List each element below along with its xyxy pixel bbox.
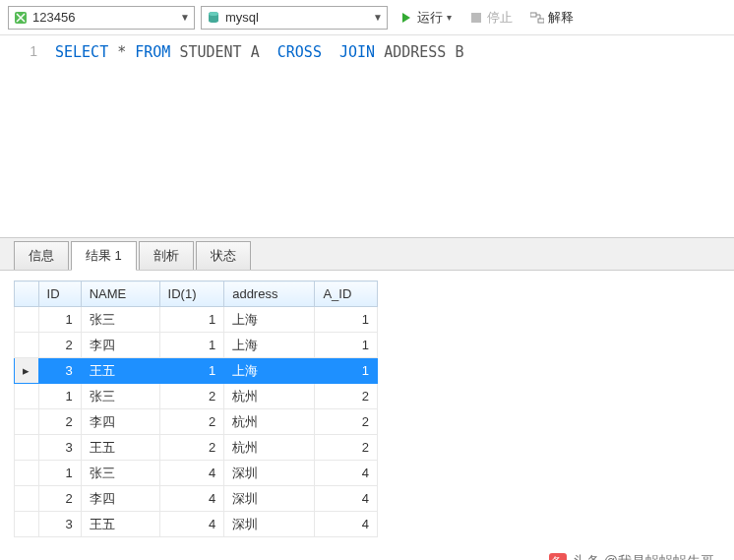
cell[interactable]: 王五 [81, 358, 159, 384]
table-row[interactable]: ▸3王五1上海1 [15, 358, 378, 384]
svg-rect-3 [471, 13, 481, 23]
svg-point-2 [209, 12, 218, 16]
toolbar: 123456 ▼ mysql ▼ 运行 ▾ 停止 解释 [0, 0, 734, 35]
play-icon [399, 11, 413, 25]
result-panel: ID NAME ID(1) address A_ID 1张三1上海12李四1上海… [0, 271, 734, 547]
row-marker-header [15, 281, 39, 307]
cell[interactable]: 4 [315, 461, 378, 486]
cell[interactable]: 2 [38, 409, 81, 435]
cell[interactable]: 3 [38, 512, 81, 537]
row-marker [15, 435, 39, 461]
row-marker [15, 486, 39, 512]
cell[interactable]: 1 [315, 358, 378, 384]
cell[interactable]: 1 [159, 307, 224, 333]
stop-icon [469, 11, 483, 25]
cell[interactable]: 3 [38, 358, 81, 384]
database-name: 123456 [32, 10, 180, 25]
cell[interactable]: 深圳 [224, 486, 315, 512]
stop-label: 停止 [487, 9, 513, 27]
cell[interactable]: 王五 [81, 512, 159, 537]
cell[interactable]: 2 [159, 409, 224, 435]
svg-rect-5 [538, 19, 544, 23]
cell[interactable]: 3 [38, 435, 81, 461]
cell[interactable]: 李四 [81, 486, 159, 512]
cell[interactable]: 1 [315, 333, 378, 358]
col-id1[interactable]: ID(1) [159, 281, 224, 307]
connection-dropdown[interactable]: mysql ▼ [201, 6, 388, 30]
server-icon [206, 10, 221, 26]
connection-name: mysql [225, 10, 373, 25]
cell[interactable]: 上海 [224, 307, 315, 333]
cell[interactable]: 上海 [224, 333, 315, 358]
row-marker [15, 384, 39, 409]
cell[interactable]: 杭州 [224, 384, 315, 409]
cell[interactable]: 1 [159, 358, 224, 384]
table-row[interactable]: 3王五2杭州2 [15, 435, 378, 461]
cell[interactable]: 1 [38, 384, 81, 409]
table-row[interactable]: 1张三2杭州2 [15, 384, 378, 409]
sql-code[interactable]: SELECT * FROM STUDENT A CROSS JOIN ADDRE… [49, 35, 463, 237]
tab-profile[interactable]: 剖析 [139, 241, 194, 270]
stop-button: 停止 [463, 7, 519, 29]
cell[interactable]: 2 [38, 486, 81, 512]
table-row[interactable]: 1张三4深圳4 [15, 461, 378, 486]
explain-label: 解释 [548, 9, 574, 27]
row-marker [15, 409, 39, 435]
result-tabs: 信息 结果 1 剖析 状态 [0, 237, 734, 271]
cell[interactable]: 4 [159, 461, 224, 486]
watermark-text: 头条 @我是蜗蜗蜗牛哥 [573, 553, 714, 560]
cell[interactable]: 深圳 [224, 512, 315, 537]
table-row[interactable]: 3王五4深圳4 [15, 512, 378, 537]
tab-status[interactable]: 状态 [196, 241, 251, 270]
cell[interactable]: 2 [159, 384, 224, 409]
row-marker: ▸ [15, 358, 39, 384]
cell[interactable]: 上海 [224, 358, 315, 384]
cell[interactable]: 深圳 [224, 461, 315, 486]
cell[interactable]: 2 [159, 435, 224, 461]
cell[interactable]: 1 [38, 461, 81, 486]
cell[interactable]: 2 [38, 333, 81, 358]
cell[interactable]: 杭州 [224, 435, 315, 461]
table-row[interactable]: 2李四1上海1 [15, 333, 378, 358]
cell[interactable]: 4 [159, 486, 224, 512]
database-dropdown[interactable]: 123456 ▼ [8, 6, 195, 30]
run-button[interactable]: 运行 ▾ [394, 7, 458, 29]
cell[interactable]: 1 [38, 307, 81, 333]
database-icon [13, 10, 29, 26]
explain-icon [530, 11, 544, 25]
cell[interactable]: 1 [315, 307, 378, 333]
col-name[interactable]: NAME [81, 281, 159, 307]
explain-button[interactable]: 解释 [524, 7, 580, 29]
cell[interactable]: 王五 [81, 435, 159, 461]
tab-result-1[interactable]: 结果 1 [71, 241, 137, 271]
table-header-row: ID NAME ID(1) address A_ID [15, 281, 378, 307]
col-id[interactable]: ID [38, 281, 81, 307]
cell[interactable]: 张三 [81, 384, 159, 409]
chevron-down-icon: ▾ [447, 12, 452, 23]
cell[interactable]: 张三 [81, 461, 159, 486]
sql-editor[interactable]: 1 SELECT * FROM STUDENT A CROSS JOIN ADD… [0, 35, 734, 237]
row-marker [15, 512, 39, 537]
cell[interactable]: 2 [315, 384, 378, 409]
row-marker [15, 307, 39, 333]
cell[interactable]: 2 [315, 409, 378, 435]
cell[interactable]: 4 [315, 486, 378, 512]
cell[interactable]: 李四 [81, 409, 159, 435]
cell[interactable]: 1 [159, 333, 224, 358]
cell[interactable]: 李四 [81, 333, 159, 358]
toutiao-icon [549, 553, 567, 560]
cell[interactable]: 杭州 [224, 409, 315, 435]
table-row[interactable]: 1张三1上海1 [15, 307, 378, 333]
result-table: ID NAME ID(1) address A_ID 1张三1上海12李四1上海… [14, 280, 378, 537]
cell[interactable]: 张三 [81, 307, 159, 333]
row-marker [15, 461, 39, 486]
cell[interactable]: 2 [315, 435, 378, 461]
table-row[interactable]: 2李四2杭州2 [15, 409, 378, 435]
cell[interactable]: 4 [315, 512, 378, 537]
col-aid[interactable]: A_ID [315, 281, 378, 307]
line-number: 1 [0, 43, 37, 59]
col-address[interactable]: address [224, 281, 315, 307]
table-row[interactable]: 2李四4深圳4 [15, 486, 378, 512]
tab-info[interactable]: 信息 [14, 241, 69, 270]
cell[interactable]: 4 [159, 512, 224, 537]
